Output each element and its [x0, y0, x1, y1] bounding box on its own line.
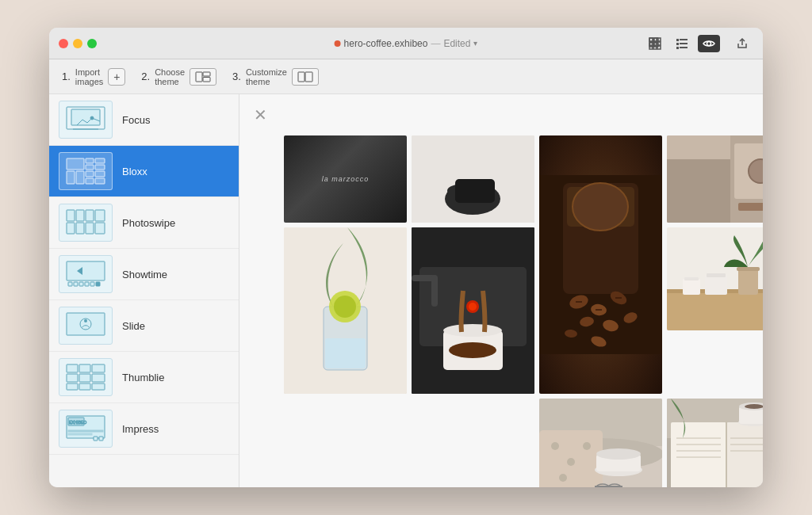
- photo-item-4[interactable]: [667, 135, 763, 223]
- svg-rect-13: [657, 46, 661, 49]
- svg-rect-34: [67, 171, 75, 184]
- slide-thumb: [59, 307, 113, 345]
- sidebar-item-impress-label: Impress: [122, 423, 159, 435]
- sidebar-item-thumblie[interactable]: Thumblie: [49, 352, 239, 403]
- svg-point-28: [90, 116, 94, 120]
- svg-rect-62: [79, 374, 90, 382]
- svg-point-82: [573, 183, 628, 231]
- svg-rect-27: [71, 109, 100, 125]
- svg-rect-61: [67, 374, 78, 382]
- sidebar-item-slide[interactable]: Slide: [49, 300, 239, 352]
- content-area: ✕: [239, 94, 763, 487]
- svg-rect-55: [67, 313, 105, 335]
- svg-rect-46: [86, 223, 94, 234]
- svg-rect-5: [649, 38, 653, 41]
- svg-rect-21: [196, 72, 202, 82]
- share-button[interactable]: [731, 35, 753, 52]
- photoswipe-thumb: [59, 204, 113, 242]
- preview-button[interactable]: [698, 35, 720, 52]
- sidebar-item-focus[interactable]: Focus: [49, 94, 239, 146]
- svg-rect-60: [92, 364, 105, 372]
- svg-text:EXHIBEO: EXHIBEO: [69, 420, 86, 425]
- svg-point-128: [551, 442, 559, 450]
- sidebar-item-impress[interactable]: EXHIBEO Impress: [49, 403, 239, 455]
- svg-rect-65: [79, 383, 90, 390]
- toolbar: 1. Importimages + 2. Choosetheme 3. Cust…: [49, 59, 763, 94]
- svg-point-131: [559, 474, 567, 482]
- svg-rect-23: [203, 77, 210, 82]
- sidebar: Focus: [49, 94, 239, 487]
- svg-point-109: [443, 324, 502, 337]
- close-window-button[interactable]: [59, 39, 68, 48]
- svg-rect-141: [726, 422, 763, 487]
- title-edited-status: Edited: [443, 38, 470, 49]
- title-dot: [335, 40, 341, 47]
- photo-item-6[interactable]: [412, 227, 534, 394]
- svg-rect-32: [86, 165, 94, 170]
- photo-item-7[interactable]: [667, 227, 763, 330]
- svg-rect-15: [680, 39, 688, 40]
- photo-item-5[interactable]: [284, 227, 407, 394]
- main-content: Focus: [49, 94, 763, 487]
- svg-rect-17: [680, 43, 688, 44]
- photo-item-8[interactable]: [539, 399, 662, 487]
- svg-point-57: [84, 319, 87, 322]
- svg-rect-43: [95, 210, 105, 221]
- svg-point-153: [745, 404, 763, 409]
- svg-rect-18: [676, 47, 679, 49]
- maximize-window-button[interactable]: [87, 39, 97, 48]
- svg-rect-53: [90, 282, 94, 286]
- grid-view-button[interactable]: [644, 35, 666, 52]
- svg-rect-52: [85, 282, 89, 286]
- title-filename: hero-coffee.exhibeo: [344, 38, 428, 49]
- photo-item-1[interactable]: [284, 135, 407, 223]
- minimize-window-button[interactable]: [73, 39, 82, 48]
- list-view-button[interactable]: [671, 35, 693, 52]
- svg-rect-78: [455, 179, 495, 203]
- sidebar-item-showtime[interactable]: Showtime: [49, 249, 239, 300]
- svg-rect-35: [76, 171, 84, 184]
- svg-rect-51: [79, 282, 83, 286]
- svg-rect-118: [738, 267, 758, 295]
- customize-theme-button[interactable]: [292, 68, 319, 86]
- svg-rect-72: [94, 437, 98, 441]
- svg-point-104: [334, 296, 356, 318]
- svg-rect-16: [676, 43, 679, 45]
- step2-label: Choosetheme: [155, 67, 185, 86]
- svg-rect-30: [86, 158, 94, 163]
- sidebar-item-thumblie-label: Thumblie: [122, 372, 164, 383]
- svg-point-20: [707, 41, 711, 45]
- svg-rect-25: [305, 72, 312, 82]
- svg-rect-102: [325, 338, 366, 368]
- sidebar-item-photoswipe[interactable]: Photoswipe: [49, 197, 239, 249]
- svg-point-134: [596, 448, 641, 460]
- thumblie-thumb: [59, 358, 113, 396]
- svg-rect-66: [92, 383, 105, 390]
- svg-rect-121: [684, 277, 699, 280]
- step1-label: Importimages: [75, 67, 103, 86]
- svg-rect-95: [667, 159, 730, 223]
- sidebar-item-showtime-label: Showtime: [122, 269, 167, 280]
- sidebar-item-focus-label: Focus: [122, 114, 150, 126]
- sidebar-item-bloxx[interactable]: Bloxx: [49, 146, 239, 197]
- photo-item-3[interactable]: [539, 135, 662, 394]
- svg-rect-38: [86, 178, 94, 184]
- svg-rect-39: [95, 178, 105, 184]
- photo-item-2[interactable]: [412, 135, 534, 223]
- choose-theme-button[interactable]: [190, 68, 216, 86]
- bloxx-thumb: [59, 152, 113, 190]
- import-button[interactable]: +: [108, 68, 125, 86]
- photo-item-9[interactable]: [667, 399, 763, 487]
- impress-thumb: EXHIBEO: [59, 410, 113, 448]
- svg-rect-122: [705, 275, 727, 295]
- svg-rect-31: [95, 158, 105, 163]
- title-chevron-icon: ▾: [473, 39, 477, 48]
- close-preview-button[interactable]: ✕: [249, 104, 271, 126]
- svg-rect-119: [737, 267, 760, 271]
- svg-rect-36: [86, 171, 94, 177]
- svg-rect-63: [92, 374, 105, 382]
- svg-rect-123: [707, 273, 726, 277]
- step3-label: Customizetheme: [246, 67, 287, 86]
- svg-rect-12: [653, 46, 657, 49]
- svg-rect-9: [653, 42, 657, 45]
